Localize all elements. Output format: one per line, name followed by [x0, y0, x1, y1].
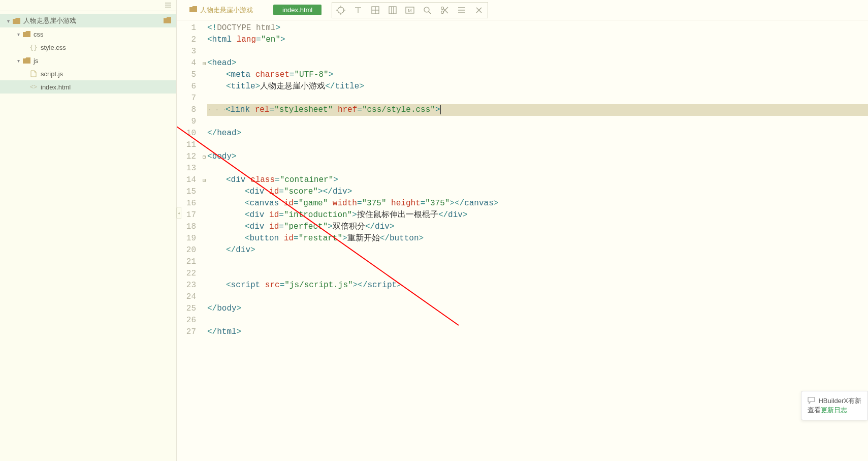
update-notification[interactable]: HBuilderX有新 查看更新日志 [801, 391, 868, 420]
columns-icon[interactable] [384, 3, 401, 18]
tree-item-label: script.js [41, 70, 171, 78]
tab-label: index.html [282, 6, 312, 14]
svg-point-20 [441, 7, 444, 9]
svg-rect-13 [389, 7, 396, 14]
css-file-icon: {} [29, 44, 38, 51]
tree-file-script-js[interactable]: script.js [0, 67, 176, 80]
sidebar-topbar [0, 0, 176, 11]
svg-point-18 [424, 7, 429, 12]
editor-toolbar: M [332, 2, 488, 18]
line-number-gutter: 1234567891011121314151617181920212223242… [177, 20, 201, 461]
folder-icon [22, 31, 30, 37]
sidebar-collapse-handle[interactable]: ◂ [176, 207, 181, 219]
breadcrumb[interactable]: 人物走悬崖小游戏 [189, 6, 253, 15]
sidebar-menu-icon[interactable] [165, 2, 171, 10]
changelog-link[interactable]: 更新日志 [821, 406, 847, 414]
grid-icon[interactable] [367, 3, 384, 18]
list-icon[interactable] [453, 3, 470, 18]
tree-root-label: 人物走悬崖小游戏 [23, 16, 164, 25]
html-file-icon: <> [29, 83, 38, 90]
editor-area: 人物走悬崖小游戏 index.html M 123456789101112131… [177, 0, 868, 461]
tree-file-style-css[interactable]: {} style.css [0, 41, 176, 54]
folder-icon [22, 57, 30, 64]
tree-folder-css[interactable]: ▾ css [0, 27, 176, 41]
tree-item-label: style.css [41, 44, 171, 51]
folder-icon [189, 6, 197, 14]
tree-file-index-html[interactable]: <> index.html [0, 80, 176, 94]
search-icon[interactable] [419, 3, 436, 18]
svg-point-3 [338, 7, 344, 13]
tree-folder-js[interactable]: ▾ js [0, 54, 176, 67]
chevron-down-icon: ▾ [5, 18, 11, 24]
tree-item-label: css [34, 30, 171, 38]
notif-text2: 查看 [808, 406, 821, 414]
code-content[interactable]: <!DOCTYPE html><html lang="en"><head><me… [207, 20, 868, 461]
chevron-down-icon: ▾ [15, 58, 21, 64]
svg-point-21 [441, 11, 444, 13]
target-icon[interactable] [332, 3, 349, 18]
tree-root[interactable]: ▾ 人物走悬崖小游戏 [0, 14, 176, 27]
markdown-icon[interactable]: M [401, 3, 419, 18]
close-icon[interactable] [470, 3, 488, 18]
fold-column: ⊟⊟⊟ [201, 20, 207, 461]
tree-item-label: js [34, 57, 171, 65]
chevron-down-icon: ▾ [15, 32, 21, 37]
tree-item-label: index.html [41, 83, 171, 91]
code-editor[interactable]: 1234567891011121314151617181920212223242… [177, 20, 868, 461]
file-tree: ▾ 人物走悬崖小游戏 ▾ css {} style.css ▾ j [0, 11, 176, 94]
tab-index-html[interactable]: index.html [273, 5, 322, 15]
folder-icon [12, 18, 20, 24]
scissors-icon[interactable] [436, 3, 453, 18]
file-explorer-sidebar: ▾ 人物走悬崖小游戏 ▾ css {} style.css ▾ j [0, 0, 177, 461]
chat-icon [808, 397, 815, 406]
js-file-icon [29, 70, 38, 77]
notif-text: HBuilderX有新 [818, 396, 861, 406]
folder-icon [164, 17, 171, 25]
text-icon[interactable] [349, 3, 367, 18]
svg-text:M: M [408, 8, 412, 13]
svg-line-19 [429, 12, 431, 14]
breadcrumb-label: 人物走悬崖小游戏 [200, 6, 253, 15]
tab-bar: 人物走悬崖小游戏 index.html M [177, 0, 868, 20]
